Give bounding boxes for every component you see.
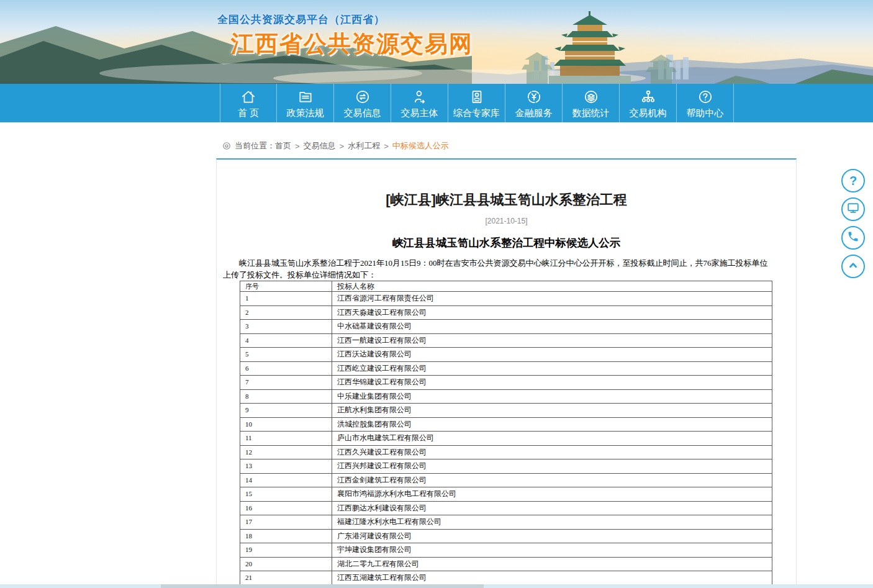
horizontal-scrollbar[interactable] bbox=[0, 584, 873, 588]
bidder-name-cell: 江西兴邦建设工程有限公司 bbox=[332, 459, 772, 474]
row-number-cell: 21 bbox=[240, 571, 332, 586]
row-number-cell: 6 bbox=[240, 361, 332, 376]
table-row: 11庐山市水电建筑工程有限公司 bbox=[240, 432, 772, 446]
chevron-up-icon bbox=[846, 258, 860, 274]
bidder-name-cell: 江西五湖建筑工程有限公司 bbox=[332, 571, 772, 586]
nav-item-policy[interactable]: 政策法规 bbox=[277, 84, 334, 122]
nav-item-label: 数据统计 bbox=[572, 107, 610, 119]
row-number-cell: 10 bbox=[240, 417, 332, 432]
nav-item-institutions[interactable]: 交易机构 bbox=[620, 84, 677, 122]
nav-items: 首 页 政策法规 交易信息 交易主体 bbox=[220, 84, 734, 122]
table-row: 2江西天淼建设工程有限公司 bbox=[240, 305, 772, 320]
column-header-bidder-name: 投标人名称 bbox=[332, 281, 772, 292]
table-row: 8中乐建业集团有限公司 bbox=[240, 389, 772, 404]
column-header-index: 序号 bbox=[240, 281, 332, 292]
table-row: 18广东港河建设有限公司 bbox=[240, 529, 772, 543]
row-number-cell: 2 bbox=[240, 305, 332, 320]
row-number-cell: 16 bbox=[240, 501, 332, 515]
row-number-cell: 3 bbox=[240, 320, 332, 334]
row-number-cell: 14 bbox=[240, 473, 332, 487]
bidder-name-cell: 江西屹立建设工程有限公司 bbox=[332, 361, 772, 376]
location-pin-icon bbox=[222, 142, 231, 150]
bidder-name-cell: 洪城控股集团有限公司 bbox=[332, 417, 772, 432]
online-service-button[interactable] bbox=[841, 197, 865, 221]
monitor-icon bbox=[846, 201, 860, 217]
table-row: 3中水础基建设有限公司 bbox=[240, 320, 772, 334]
nav-item-trade-info[interactable]: 交易信息 bbox=[334, 84, 391, 122]
bidder-name-cell: 江西华锦建设工程有限公司 bbox=[332, 376, 772, 390]
trade-info-circle-icon bbox=[355, 88, 371, 106]
breadcrumb-item-trade-info[interactable]: 交易信息 bbox=[304, 140, 336, 152]
table-row: 7江西华锦建设工程有限公司 bbox=[240, 376, 772, 390]
publish-date: [2021-10-15] bbox=[217, 217, 796, 226]
row-number-cell: 8 bbox=[240, 389, 332, 404]
row-number-cell: 19 bbox=[240, 543, 332, 558]
back-to-top-button[interactable] bbox=[841, 255, 865, 278]
bidders-table: 序号 投标人名称 1江西省源河工程有限责任公司2江西天淼建设工程有限公司3中水础… bbox=[240, 281, 772, 586]
row-number-cell: 5 bbox=[240, 348, 332, 362]
phone-button[interactable] bbox=[841, 226, 865, 250]
page: 全国公共资源交易平台（江西省） 江西省公共资源交易网 首 页 政策法规 bbox=[0, 0, 873, 588]
bidder-name-cell: 广东港河建设有限公司 bbox=[332, 529, 772, 543]
nav-item-label: 首 页 bbox=[238, 107, 259, 119]
nav-item-label: 帮助中心 bbox=[687, 107, 724, 119]
scrollbar-thumb[interactable] bbox=[161, 584, 484, 588]
table-row: 1江西省源河工程有限责任公司 bbox=[240, 292, 772, 306]
home-icon bbox=[240, 88, 256, 106]
bidders-table-body: 1江西省源河工程有限责任公司2江西天淼建设工程有限公司3中水础基建设有限公司4江… bbox=[240, 292, 772, 586]
table-row: 15襄阳市鸿福源水利水电工程有限公司 bbox=[240, 487, 772, 502]
bidder-name-cell: 江西省源河工程有限责任公司 bbox=[332, 292, 772, 306]
nav-item-finance[interactable]: 金融服务 bbox=[505, 84, 563, 122]
main-nav: 首 页 政策法规 交易信息 交易主体 bbox=[0, 84, 873, 122]
row-number-cell: 15 bbox=[240, 487, 332, 502]
row-number-cell: 1 bbox=[240, 292, 332, 306]
nav-item-home[interactable]: 首 页 bbox=[220, 84, 277, 122]
finance-yuan-icon bbox=[526, 88, 542, 106]
floating-toolbar: ? bbox=[841, 169, 865, 283]
table-row: 14江西金剑建筑工程有限公司 bbox=[240, 473, 772, 487]
policy-folder-icon bbox=[297, 88, 314, 106]
breadcrumb-item-home[interactable]: 首页 bbox=[275, 140, 291, 152]
row-number-cell: 20 bbox=[240, 557, 332, 571]
nav-item-label: 政策法规 bbox=[287, 107, 324, 119]
statistics-layers-icon bbox=[583, 88, 599, 106]
nav-item-label: 交易机构 bbox=[630, 107, 667, 119]
row-number-cell: 9 bbox=[240, 404, 332, 418]
table-row: 5江西沃达建设有限公司 bbox=[240, 348, 772, 362]
table-row: 10洪城控股集团有限公司 bbox=[240, 417, 772, 432]
bidder-name-cell: 宇坤建设集团有限公司 bbox=[332, 543, 772, 558]
breadcrumb-separator: > bbox=[340, 142, 345, 151]
bidder-name-cell: 江西一航建设工程有限公司 bbox=[332, 333, 772, 348]
nav-item-statistics[interactable]: 数据统计 bbox=[563, 84, 620, 122]
platform-label: 全国公共资源交易平台（江西省） bbox=[217, 12, 385, 27]
bidder-name-cell: 襄阳市鸿福源水利水电工程有限公司 bbox=[332, 487, 772, 502]
help-button[interactable]: ? bbox=[841, 169, 865, 192]
breadcrumb-separator: > bbox=[295, 142, 300, 151]
nav-item-label: 金融服务 bbox=[515, 107, 553, 119]
table-row: 21江西五湖建筑工程有限公司 bbox=[240, 571, 772, 586]
row-number-cell: 17 bbox=[240, 515, 332, 530]
breadcrumb-prefix: 当前位置： bbox=[235, 140, 275, 152]
table-row: 19宇坤建设集团有限公司 bbox=[240, 543, 772, 558]
nav-item-expert-db[interactable]: 综合专家库 bbox=[448, 84, 505, 122]
bidder-name-cell: 江西金剑建筑工程有限公司 bbox=[332, 473, 772, 487]
table-header-row: 序号 投标人名称 bbox=[240, 281, 772, 292]
breadcrumb-item-water-projects[interactable]: 水利工程 bbox=[348, 140, 380, 152]
row-number-cell: 13 bbox=[240, 459, 332, 474]
nav-item-trade-subject[interactable]: 交易主体 bbox=[391, 84, 448, 122]
bidder-name-cell: 江西鹏达水利建设有限公司 bbox=[332, 501, 772, 515]
table-row: 16江西鹏达水利建设有限公司 bbox=[240, 501, 772, 515]
bidder-name-cell: 正航水利集团有限公司 bbox=[332, 404, 772, 418]
nav-item-label: 交易信息 bbox=[344, 107, 381, 119]
bidder-name-cell: 江西天淼建设工程有限公司 bbox=[332, 305, 772, 320]
breadcrumb-current: 中标候选人公示 bbox=[392, 140, 449, 152]
page-title: [峡江县]峡江县县城玉笥山水系整治工程 bbox=[217, 192, 796, 208]
table-row: 9正航水利集团有限公司 bbox=[240, 404, 772, 418]
table-row: 12江西久兴建设工程有限公司 bbox=[240, 445, 772, 459]
nav-item-help[interactable]: 帮助中心 bbox=[677, 84, 734, 122]
org-chart-icon bbox=[640, 88, 656, 106]
table-row: 17福建江隆水利水电工程有限公司 bbox=[240, 515, 772, 530]
bidder-name-cell: 中乐建业集团有限公司 bbox=[332, 389, 772, 404]
bidder-name-cell: 江西久兴建设工程有限公司 bbox=[332, 445, 772, 459]
table-row: 4江西一航建设工程有限公司 bbox=[240, 333, 772, 348]
